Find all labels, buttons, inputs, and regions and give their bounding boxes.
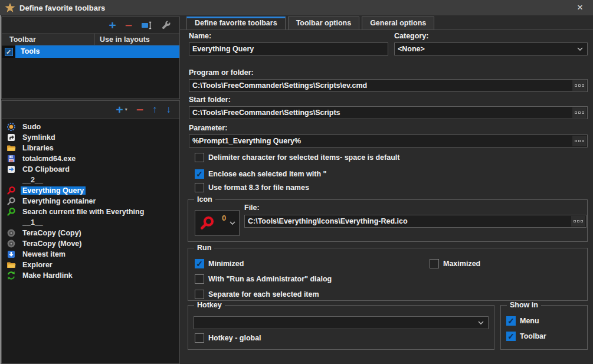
delimiter-checkbox-row: ✓ Delimiter character for selected items…: [195, 153, 399, 162]
run-group-title: Run: [194, 244, 214, 252]
show-in-menu-checkbox[interactable]: ✓: [506, 316, 516, 326]
category-label: Category:: [394, 32, 428, 40]
toolbar-settings-button[interactable]: [162, 21, 171, 30]
parameter-label: Parameter:: [189, 124, 227, 132]
run-as-admin-checkbox-row: ✓ With "Run as Administrator" dialog: [195, 274, 332, 284]
list-item[interactable]: totalcmd64.exe: [2, 153, 179, 164]
list-item-selected[interactable]: Everything Query: [2, 185, 179, 196]
format83-checkbox[interactable]: ✓: [195, 183, 204, 192]
hotkey-global-checkbox-row: ✓ Hotkey - global: [195, 333, 261, 343]
list-item-separator[interactable]: __2__: [2, 175, 179, 185]
icon-file-browse-button[interactable]: [571, 216, 585, 227]
start-folder-value: C:\Tools\FreeCommander\Settings\Scripts: [192, 109, 340, 117]
delimiter-checkbox[interactable]: ✓: [195, 153, 204, 162]
list-item[interactable]: TeraCopy (Copy): [2, 228, 179, 238]
magnifier-red-icon: [6, 186, 16, 195]
program-browse-button[interactable]: [572, 80, 587, 91]
delimiter-label: Delimiter character for selected items- …: [208, 153, 399, 162]
name-label: Name:: [189, 32, 211, 40]
show-in-menu-label: Menu: [520, 317, 539, 325]
run-as-admin-checkbox[interactable]: ✓: [195, 274, 204, 284]
list-item[interactable]: Newest item: [2, 249, 179, 260]
star-icon: [5, 2, 15, 13]
plus-icon: +: [109, 20, 116, 31]
folder-icon: [6, 143, 16, 153]
show-in-toolbar-label: Toolbar: [520, 332, 546, 340]
start-folder-browse-button[interactable]: [572, 107, 587, 118]
minus-icon: −: [125, 20, 132, 31]
show-in-toolbar-checkbox[interactable]: ✓: [506, 332, 516, 341]
tab-strip: Define favorite toolbars Toolbar options…: [186, 17, 434, 30]
list-item[interactable]: Symlinkd: [2, 132, 179, 143]
list-item[interactable]: Explorer: [2, 260, 179, 270]
teracopy-icon: [6, 228, 16, 238]
folder-icon: [6, 260, 16, 270]
column-use-in-layouts[interactable]: Use in layouts: [95, 34, 179, 45]
chevron-down-icon: ▾: [125, 107, 127, 112]
toolbar-list-header: Toolbar Use in layouts: [2, 34, 179, 45]
toolbar-row-checkbox-cell: ✓: [2, 45, 15, 58]
icon-group-title: Icon: [194, 195, 215, 204]
show-in-toolbar-checkbox-row: ✓ Toolbar: [506, 332, 546, 341]
list-item[interactable]: Everything container: [2, 196, 179, 206]
rename-toolbar-button[interactable]: [141, 21, 153, 30]
column-toolbar[interactable]: Toolbar: [2, 34, 95, 45]
icon-index-select[interactable]: 0: [195, 210, 240, 236]
remove-item-button[interactable]: −: [136, 104, 143, 115]
plus-icon: +: [116, 104, 123, 115]
remove-toolbar-button[interactable]: −: [125, 20, 132, 31]
enclose-checkbox-row: ✓ Enclose each selected item with ": [195, 169, 326, 179]
list-item[interactable]: Libraries: [2, 143, 179, 153]
floppy-disk-icon: [6, 154, 16, 163]
move-up-button[interactable]: ↑: [152, 104, 158, 115]
maximized-label: Maximized: [443, 260, 480, 268]
enclose-checkbox[interactable]: ✓: [195, 169, 204, 179]
chevron-down-icon: [478, 321, 484, 324]
move-down-button[interactable]: ↓: [166, 104, 172, 115]
hotkey-select[interactable]: [194, 316, 489, 329]
toolbar-row-label: Tools: [15, 45, 179, 58]
chevron-down-icon: [230, 221, 235, 225]
arrow-up-icon: ↑: [152, 104, 158, 115]
close-icon[interactable]: ×: [572, 1, 588, 15]
magnifier-red-icon: [199, 215, 215, 231]
format83-checkbox-row: ✓ Use format 8.3 for file names: [195, 183, 309, 192]
parameter-input[interactable]: %Prompt1_Everything Query%: [189, 135, 588, 147]
tab-toolbar-options[interactable]: Toolbar options: [288, 17, 360, 30]
show-in-group-title: Show in: [507, 301, 541, 309]
maximized-checkbox[interactable]: ✓: [430, 259, 439, 268]
list-item[interactable]: TeraCopy (Move): [2, 238, 179, 249]
minimized-checkbox[interactable]: ✓: [195, 259, 204, 268]
favorites-list: Sudo Symlinkd Libraries: [2, 119, 179, 363]
list-item[interactable]: Sudo: [2, 122, 179, 132]
hotkey-group-title: Hotkey: [194, 301, 225, 309]
maximized-checkbox-row: ✓ Maximized: [430, 259, 480, 268]
list-item[interactable]: CD Clipboard: [2, 164, 179, 175]
define-favorite-toolbars-dialog: Define favorite toolbars × + − Toolbar U…: [0, 0, 593, 364]
program-value: C:\Tools\FreeCommander\Settings\Scripts\…: [192, 81, 367, 90]
separate-checkbox[interactable]: ✓: [195, 290, 204, 299]
add-toolbar-button[interactable]: +: [109, 20, 116, 31]
tab-strip-underline: [180, 29, 593, 30]
list-item-separator[interactable]: __1__: [2, 217, 179, 228]
wrench-icon: [162, 21, 171, 30]
tab-define-favorite-toolbars[interactable]: Define favorite toolbars: [186, 17, 286, 30]
list-item[interactable]: Search current file with Everything: [2, 206, 179, 217]
parameter-browse-button[interactable]: [572, 136, 587, 146]
icon-index-value: 0: [222, 214, 226, 222]
tab-general-options[interactable]: General options: [362, 17, 434, 30]
toolbars-panel-toolbar: + −: [2, 17, 179, 34]
name-input[interactable]: Everything Query: [189, 42, 388, 55]
hotkey-global-checkbox[interactable]: ✓: [195, 333, 204, 343]
start-folder-input[interactable]: C:\Tools\FreeCommander\Settings\Scripts: [189, 106, 588, 119]
add-item-button[interactable]: + ▾: [116, 104, 127, 115]
magnifier-green-icon: [6, 207, 16, 217]
minimized-label: Minimized: [208, 260, 244, 268]
tools-checkbox[interactable]: ✓: [5, 48, 13, 56]
list-item[interactable]: Make Hardlink: [2, 270, 179, 281]
program-input[interactable]: C:\Tools\FreeCommander\Settings\Scripts\…: [189, 79, 588, 92]
icon-file-input[interactable]: C:\Tools\Everything\Icons\Everything-Red…: [244, 215, 587, 228]
toolbar-row-tools[interactable]: ✓ Tools: [2, 45, 179, 58]
separate-checkbox-row: ✓ Separate for each selected item: [195, 290, 319, 299]
category-select[interactable]: <None>: [394, 42, 588, 55]
